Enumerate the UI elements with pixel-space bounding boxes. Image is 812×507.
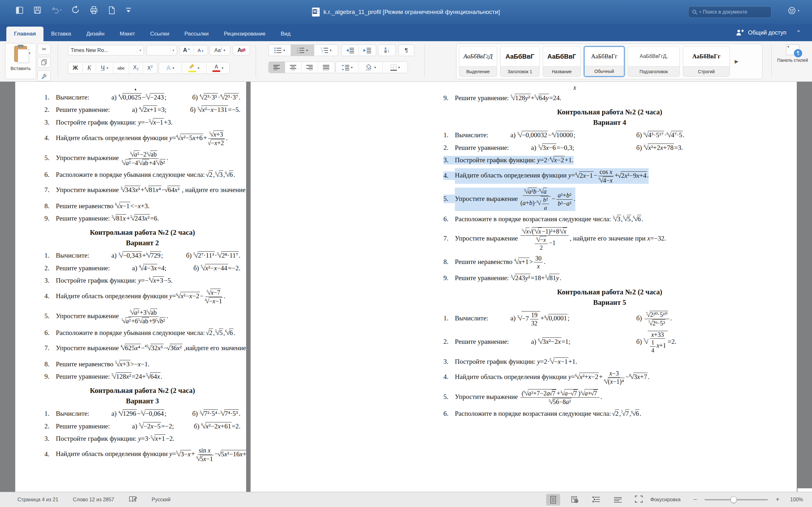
web-layout-view-button[interactable] [568, 494, 582, 505]
style-vydelenie[interactable]: АаБбВвГгДВыделение [459, 46, 497, 77]
line-spacing-button[interactable]: ▾ [336, 62, 359, 73]
styles-pane-icon [786, 44, 799, 55]
tab-dizayn[interactable]: Дизайн [79, 26, 112, 41]
borders-button[interactable]: ▾ [383, 62, 408, 73]
bullet-list-button[interactable]: ▾ [269, 45, 291, 56]
save-icon[interactable] [33, 6, 42, 14]
copy-button[interactable] [38, 57, 51, 68]
decrease-indent-button[interactable] [342, 45, 359, 56]
styles-pane-button[interactable]: Панель стилей [776, 44, 809, 63]
undo-icon[interactable]: ▾ [51, 6, 61, 14]
numbered-list-button[interactable]: 123▾ [291, 45, 314, 56]
problem-line: 2.Решите уравнение:а) 6√3x²−2x=1;б) 5√x+… [444, 331, 776, 354]
italic-button[interactable]: К [83, 62, 96, 73]
tab-retsenzirovanie[interactable]: Рецензирование [216, 26, 273, 41]
sort-button[interactable]: АЯ↓ [378, 44, 396, 56]
tab-rassylki[interactable]: Рассылки [177, 26, 216, 41]
problem-line: 9.Решите уравнение: 5√128x²=24+5√64x. [44, 372, 241, 381]
cut-button[interactable]: ✂ [38, 44, 51, 55]
underline-button[interactable]: Ч▾ [96, 62, 113, 73]
style-obychnyy[interactable]: АаБбВвГгОбычный [584, 46, 624, 77]
svg-text:2: 2 [297, 49, 298, 52]
style-strogiy[interactable]: АаБбВвГгСтрогий [683, 46, 730, 77]
problem-line: 1.Вычислите:а) 3√−0,343+6√729;б) 5√2⁷·11… [44, 251, 241, 260]
quick-access-toolbar: ▾ [15, 6, 132, 14]
new-document-icon[interactable] [108, 6, 116, 14]
align-center-button[interactable] [285, 62, 302, 73]
page-count[interactable]: Страница 4 из 21 [17, 497, 58, 503]
shrink-font-button[interactable]: A▼ [194, 45, 208, 55]
focus-mode-label[interactable]: Фокусировка [650, 497, 681, 503]
style-podzagolovok[interactable]: АаБбВвГгД,Подзаголовок [628, 46, 680, 77]
strikethrough-button[interactable]: abc [113, 62, 129, 73]
print-layout-view-button[interactable] [546, 494, 560, 505]
collapse-ribbon-icon[interactable]: ⌃ [796, 29, 801, 37]
tab-glavnaya[interactable]: Главная [6, 26, 44, 41]
tab-vstavka[interactable]: Вставка [44, 26, 79, 41]
paste-button[interactable]: ▾ Вставить [5, 43, 36, 79]
clear-formatting-button[interactable]: А [233, 45, 250, 55]
problem-line: 9.Решите уравнение: 5√128y²+5√64y=24. [444, 94, 776, 102]
superscript-button[interactable]: X2 [143, 62, 157, 73]
styles-pane-label: Панель стилей [777, 58, 808, 63]
redo-icon[interactable] [71, 6, 80, 14]
problem-line: 6.Расположите в порядке возрастания след… [444, 409, 776, 418]
zoom-level[interactable]: 100% [790, 497, 803, 503]
title-bar: ▾ k.r._algebra_11_profil [Режим ограниче… [0, 0, 812, 24]
customize-toolbar-icon[interactable] [125, 7, 132, 14]
word-document-icon [312, 8, 320, 16]
search-input[interactable]: ▾ Поиск в документе [688, 6, 771, 18]
change-case-button[interactable]: Аа⤴▾ [209, 45, 230, 55]
print-icon[interactable] [90, 6, 98, 14]
tab-ssylki[interactable]: Ссылки [143, 26, 177, 41]
problem-line: 4.Найдите область определения функции y=… [444, 168, 776, 184]
format-painter-button[interactable] [38, 70, 51, 81]
problem-line: 1.Вычислите:а) 5√−0,00032−4√10000;б) 6√4… [444, 131, 776, 139]
styles-gallery-more-icon[interactable]: ▶ [733, 59, 740, 64]
status-bar: Страница 4 из 21 Слово 12 из 2857 Русски… [0, 492, 812, 507]
problem-line: 7.Упростите выражение 5√x√(3√x−1)²+83√x3… [444, 227, 776, 251]
bold-button[interactable]: Ж [68, 62, 83, 73]
share-button[interactable]: Общий доступ ⌃ [736, 24, 801, 41]
feedback-smiley-icon[interactable]: ▾ [788, 6, 799, 15]
tab-vid[interactable]: Вид [273, 26, 298, 41]
font-size-select[interactable]: ▾ [147, 45, 177, 55]
grow-font-button[interactable]: A▲ [180, 45, 194, 55]
font-style-buttons: Ж К Ч▾ abc X2 X2 [68, 62, 157, 74]
search-scope-chevron-icon[interactable]: ▾ [699, 10, 701, 14]
subscript-button[interactable]: X2 [129, 62, 143, 73]
document-page-left[interactable]: Вариант 11.Вычислите:а) 4√0,0625−5√−243;… [15, 82, 246, 492]
font-color-button[interactable]: А▾ [206, 62, 229, 73]
highlight-color-button[interactable]: ▾ [182, 62, 206, 73]
problem-line: 5.Упростите выражение (6√a²+7−2a√7+3√a−√… [444, 389, 776, 406]
outline-view-button[interactable] [589, 494, 603, 505]
problem-line: 4.Найдите область определения функции y=… [44, 130, 241, 147]
font-name-select[interactable]: Times New Ro...▾ [68, 45, 144, 55]
show-paragraph-marks-button[interactable]: ¶ [398, 44, 414, 56]
shading-button[interactable]: ▾ [359, 62, 383, 73]
draft-view-button[interactable] [611, 494, 625, 505]
zoom-in-icon[interactable]: + [775, 496, 779, 503]
zoom-out-icon[interactable]: − [693, 496, 697, 503]
zoom-slider[interactable] [705, 499, 768, 500]
focus-mode-icon[interactable] [635, 496, 643, 504]
problem-line: 9.Решите уравнение: 3√81x+3√243x²=6. [44, 214, 241, 223]
increase-indent-button[interactable] [359, 45, 376, 56]
style-zagolovok-1[interactable]: АаБбВвГЗаголовок 1 [500, 46, 540, 77]
text-effects-button[interactable]: А▾ [159, 62, 182, 73]
navigation-pane-icon[interactable] [15, 6, 24, 14]
style-nazvanie[interactable]: АаБбВвГНазвание [543, 46, 581, 77]
align-left-button[interactable] [269, 62, 285, 73]
paste-dropdown-icon[interactable]: ▾ [29, 52, 31, 55]
justify-button[interactable] [318, 62, 335, 73]
multilevel-list-button[interactable]: 1ai▾ [314, 45, 338, 56]
zoom-slider-thumb[interactable] [730, 496, 737, 503]
tab-maket[interactable]: Макет [112, 26, 142, 41]
document-page-right[interactable]: x9.Решите уравнение: 5√128y²+5√64y=24.Ко… [251, 82, 797, 492]
align-right-button[interactable] [302, 62, 318, 73]
proofing-icon[interactable] [129, 496, 137, 504]
problem-line: 2.Решите уравнение:а) 3√3x−6=−0,3;б) 4√x… [444, 144, 776, 152]
language-indicator[interactable]: Русский [152, 497, 170, 503]
paste-label: Вставить [10, 66, 31, 71]
word-count[interactable]: Слово 12 из 2857 [73, 497, 114, 503]
